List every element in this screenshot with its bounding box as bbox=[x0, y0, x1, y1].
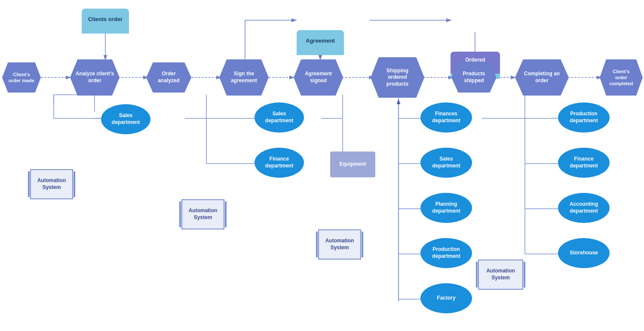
shipping-ordered-products: Shippingorderedproducts bbox=[371, 57, 424, 98]
agreement-signed: Agreementsigned bbox=[294, 59, 343, 96]
client-order-made: Client'sorder made bbox=[2, 62, 41, 93]
factory: Factory bbox=[420, 283, 472, 313]
automation-system-4: AutomationSystem bbox=[478, 260, 523, 290]
finance-department-2: Financedepartment bbox=[558, 148, 610, 178]
automation-system-1: AutomationSystem bbox=[30, 169, 73, 199]
clients-order-completed: Client'sordercompleted bbox=[600, 59, 643, 96]
sales-department-3: Salesdepartment bbox=[420, 148, 472, 178]
agreement-doc: Agreement bbox=[297, 30, 344, 52]
automation-system-3: AutomationSystem bbox=[318, 229, 361, 260]
accounting-department: Accountingdepartment bbox=[558, 193, 610, 223]
finance-department-1: Financedepartment bbox=[255, 148, 304, 178]
products-shipped: Productsshipped bbox=[451, 62, 497, 93]
order-analyzed: Orderanalyzed bbox=[146, 62, 191, 93]
analyze-clients-order: Analyze client'sorder bbox=[70, 59, 120, 96]
sales-department-1: Salesdepartment bbox=[101, 104, 150, 134]
clients-order-doc: Clients order bbox=[82, 9, 129, 30]
equipment: Equipment bbox=[330, 152, 375, 177]
production-department-1: Productiondepartment bbox=[420, 238, 472, 268]
sales-department-2: Salesdepartment bbox=[255, 102, 304, 133]
production-department-2: Productiondepartment bbox=[558, 102, 610, 133]
completing-an-order: Completing anorder bbox=[515, 59, 569, 96]
storehouse: Storehouse bbox=[558, 238, 610, 268]
finances-department: Financesdepartment bbox=[420, 102, 472, 133]
planning-department: Planningdepartment bbox=[420, 193, 472, 223]
automation-system-2: AutomationSystem bbox=[181, 199, 224, 229]
sign-the-agreement: Sign theagreement bbox=[219, 59, 269, 96]
diagram-container: Clients order Agreement Orderedproducts … bbox=[0, 0, 644, 331]
